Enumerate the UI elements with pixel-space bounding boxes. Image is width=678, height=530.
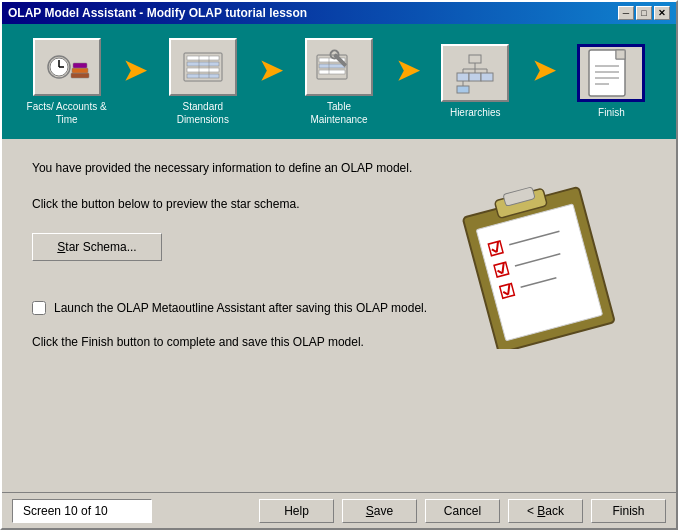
close-button[interactable]: ✕ <box>654 6 670 20</box>
svg-rect-17 <box>319 70 345 74</box>
step-finish-icon <box>577 44 645 102</box>
star-schema-label: Star Schema... <box>57 240 136 254</box>
step-table-label: TableMaintenance <box>310 100 367 126</box>
window-title: OLAP Model Assistant - Modify OLAP tutor… <box>8 6 307 20</box>
svg-rect-9 <box>187 62 219 66</box>
svg-rect-11 <box>187 74 219 78</box>
svg-rect-21 <box>469 55 481 63</box>
cancel-button[interactable]: Cancel <box>425 499 500 523</box>
svg-rect-10 <box>187 68 219 72</box>
finish-label: Finish <box>612 504 644 518</box>
step-dimensions: StandardDimensions <box>148 38 257 126</box>
svg-rect-6 <box>73 63 87 68</box>
content-area: You have provided the necessary informat… <box>2 139 676 492</box>
back-button[interactable]: < Back <box>508 499 583 523</box>
title-bar: OLAP Model Assistant - Modify OLAP tutor… <box>2 2 676 24</box>
wizard-steps-bar: Facts/ Accounts &Time ➤ StandardDimensio… <box>2 24 676 139</box>
title-bar-buttons: ─ □ ✕ <box>618 6 670 20</box>
main-window: OLAP Model Assistant - Modify OLAP tutor… <box>0 0 678 530</box>
step-table-icon <box>305 38 373 96</box>
save-label: Save <box>366 504 393 518</box>
step-table: TableMaintenance <box>284 38 393 126</box>
step-hierarchies-label: Hierarchies <box>450 106 501 119</box>
step-facts: Facts/ Accounts &Time <box>12 38 121 126</box>
step-facts-icon <box>33 38 101 96</box>
clipboard-illustration <box>456 169 626 349</box>
arrow-2: ➤ <box>259 54 282 109</box>
help-label: Help <box>284 504 309 518</box>
step-facts-label: Facts/ Accounts &Time <box>27 100 107 126</box>
arrow-4: ➤ <box>532 54 555 109</box>
finish-button[interactable]: Finish <box>591 499 666 523</box>
status-bar: Screen 10 of 10 Help Save Cancel < Back … <box>2 492 676 528</box>
svg-rect-34 <box>616 50 625 59</box>
maximize-button[interactable]: □ <box>636 6 652 20</box>
help-button[interactable]: Help <box>259 499 334 523</box>
svg-rect-31 <box>457 86 469 93</box>
svg-rect-8 <box>187 56 219 60</box>
launch-metaoutline-checkbox[interactable] <box>32 301 46 315</box>
arrow-3: ➤ <box>396 54 419 109</box>
step-finish: Finish <box>557 44 666 119</box>
step-hierarchies-icon <box>441 44 509 102</box>
arrow-1: ➤ <box>123 54 146 109</box>
save-button[interactable]: Save <box>342 499 417 523</box>
svg-rect-16 <box>319 64 345 68</box>
screen-counter: Screen 10 of 10 <box>12 499 152 523</box>
svg-rect-4 <box>71 73 89 78</box>
back-label: < Back <box>527 504 564 518</box>
step-hierarchies: Hierarchies <box>421 44 530 119</box>
svg-rect-5 <box>72 68 88 73</box>
svg-rect-29 <box>481 73 493 81</box>
star-schema-button[interactable]: Star Schema... <box>32 233 162 261</box>
svg-rect-27 <box>457 73 469 81</box>
cancel-label: Cancel <box>444 504 481 518</box>
step-dimensions-label: StandardDimensions <box>177 100 229 126</box>
step-dimensions-icon <box>169 38 237 96</box>
minimize-button[interactable]: ─ <box>618 6 634 20</box>
svg-rect-28 <box>469 73 481 81</box>
launch-metaoutline-label: Launch the OLAP Metaoutline Assistant af… <box>54 301 427 315</box>
step-finish-label: Finish <box>598 106 625 119</box>
